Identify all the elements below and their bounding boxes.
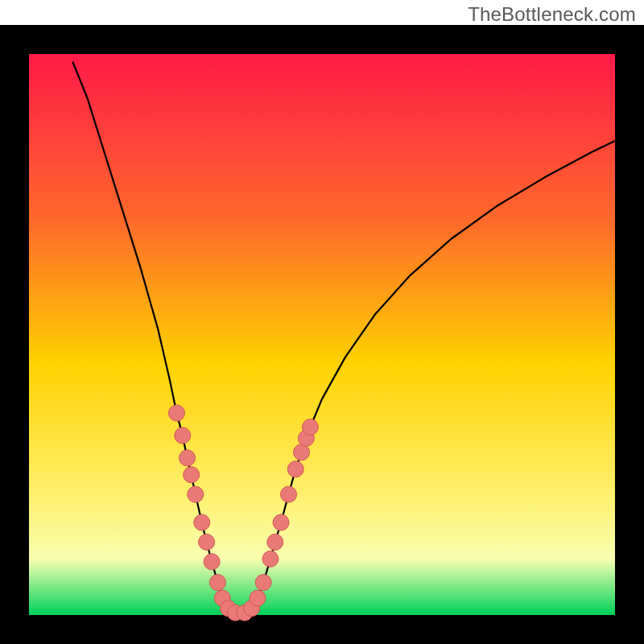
curve-marker [281, 486, 297, 502]
curve-marker [204, 554, 220, 570]
curve-marker [302, 419, 318, 436]
curve-marker [255, 575, 271, 591]
curve-marker [209, 575, 225, 591]
curve-marker [184, 467, 200, 483]
curve-marker [180, 450, 196, 466]
curve-marker [199, 534, 215, 550]
chart-stage: TheBottleneck.com [0, 0, 644, 644]
chart-background [29, 54, 615, 615]
curve-marker [267, 534, 283, 550]
chart-frame [0, 25, 644, 644]
curve-marker [250, 590, 266, 606]
curve-marker [194, 514, 210, 530]
curve-marker [273, 514, 289, 530]
curve-marker [188, 486, 204, 502]
curve-marker [262, 551, 279, 567]
curve-marker [287, 461, 303, 477]
curve-marker [168, 405, 184, 421]
curve-marker [175, 427, 191, 444]
watermark-text: TheBottleneck.com [468, 3, 636, 26]
chart-svg [0, 25, 644, 644]
